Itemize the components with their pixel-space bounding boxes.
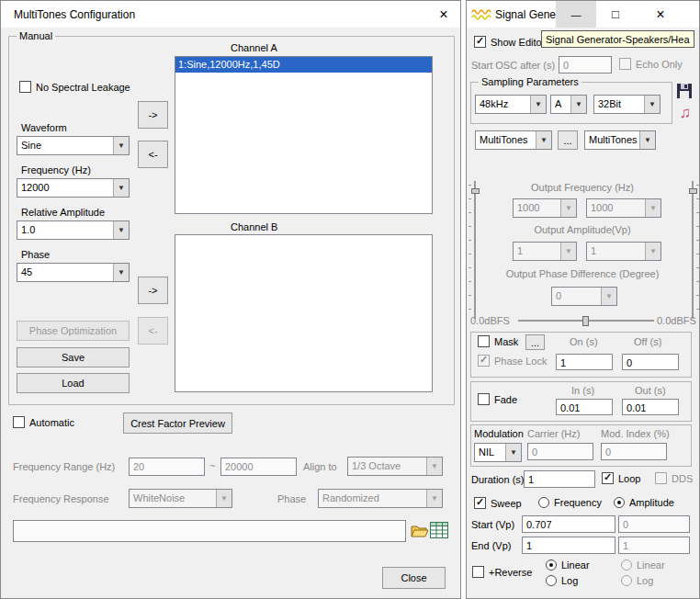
output-amplitude-right-select[interactable]: 1 ▼ xyxy=(586,242,661,261)
move-left-button-top[interactable]: <- xyxy=(138,141,168,168)
duration-input[interactable]: 1 xyxy=(524,470,595,488)
checkbox-label: Automatic xyxy=(29,417,74,428)
save-floppy-icon[interactable] xyxy=(676,83,693,99)
left-level-slider[interactable] xyxy=(469,181,480,319)
no-spectral-leakage-checkbox[interactable]: No Spectral Leakage xyxy=(19,81,130,93)
checkbox-label: Echo Only xyxy=(636,59,683,70)
slider-thumb[interactable] xyxy=(471,188,480,194)
checkbox-box: ✓ xyxy=(602,472,614,484)
automatic-checkbox[interactable]: Automatic xyxy=(13,416,74,428)
relative-amplitude-label: Relative Amplitude xyxy=(21,207,105,219)
amplitude-linear-radio[interactable]: Linear xyxy=(546,559,590,571)
end-frequency-input[interactable]: 1 xyxy=(618,537,690,554)
start-amplitude-input[interactable]: 0.707 xyxy=(522,515,615,533)
sample-rate-select[interactable]: 48kHz ▼ xyxy=(475,95,547,114)
frequency-response-select[interactable]: WhiteNoise ▼ xyxy=(129,489,232,508)
frequency-range-to-input[interactable]: 20000 xyxy=(220,458,297,476)
sweep-frequency-radio[interactable]: Frequency xyxy=(538,497,602,508)
align-to-select[interactable]: 1/3 Octave ▼ xyxy=(347,457,443,476)
manual-group-label: Manual xyxy=(17,30,55,41)
channel-select[interactable]: A ▼ xyxy=(550,95,587,114)
show-editor-checkbox[interactable]: ✓ Show Editor xyxy=(474,36,545,48)
sweep-checkbox[interactable]: ✓ Sweep xyxy=(474,497,522,509)
check-icon: ✓ xyxy=(476,35,484,47)
mask-on-input[interactable]: 1 xyxy=(556,354,613,370)
phase-select[interactable]: 45 ▼ xyxy=(17,263,130,282)
grid-table-icon[interactable] xyxy=(429,520,449,540)
end-amplitude-input[interactable]: 1 xyxy=(522,537,615,554)
frequency-response-label: Frequency Response xyxy=(13,493,109,505)
close-icon[interactable]: × xyxy=(638,1,683,28)
move-left-button-bottom[interactable]: <- xyxy=(138,317,168,345)
slider-ticks xyxy=(469,185,471,315)
mask-checkbox[interactable]: Mask xyxy=(478,335,518,347)
maximize-icon[interactable]: □ xyxy=(596,1,635,28)
radio-label: Log xyxy=(637,575,653,586)
title-bar[interactable]: MultiTones Configuration × xyxy=(1,1,460,28)
right-level-slider[interactable] xyxy=(688,181,699,319)
browse-button[interactable]: ... xyxy=(558,130,578,150)
relative-amplitude-select[interactable]: 1.0 ▼ xyxy=(17,220,130,240)
minimize-icon[interactable]: — xyxy=(556,1,596,28)
fade-in-input[interactable]: 0.01 xyxy=(556,399,613,415)
save-button[interactable]: Save xyxy=(17,347,130,367)
output-phase-select[interactable]: 0 ▼ xyxy=(551,287,617,306)
chevron-down-icon: ▼ xyxy=(560,199,576,217)
move-right-button-top[interactable]: -> xyxy=(138,101,168,129)
frequency-range-from-input[interactable]: 20 xyxy=(129,458,205,476)
close-icon[interactable]: × xyxy=(429,1,458,28)
bit-depth-select[interactable]: 32Bit ▼ xyxy=(593,95,660,114)
output-amplitude-right-value: 1 xyxy=(587,243,645,260)
radio-circle xyxy=(621,575,632,586)
close-button[interactable]: Close xyxy=(382,567,446,589)
fade-checkbox[interactable]: Fade xyxy=(478,393,517,405)
phase-mode-select[interactable]: Randomized ▼ xyxy=(318,489,443,508)
sweep-amplitude-radio[interactable]: Amplitude xyxy=(614,497,674,508)
reverse-checkbox[interactable]: +Reverse xyxy=(472,566,532,578)
channel-b-listbox[interactable] xyxy=(175,234,433,392)
frequency-select[interactable]: 12000 ▼ xyxy=(17,178,130,198)
loop-checkbox[interactable]: ✓ Loop xyxy=(602,472,640,484)
sampling-parameters-label: Sampling Parameters xyxy=(479,76,581,87)
carrier-input[interactable]: 0 xyxy=(527,443,593,460)
phase-lock-checkbox[interactable]: ✓ Phase Lock xyxy=(478,355,547,367)
modulation-type-select[interactable]: NIL ▼ xyxy=(474,443,522,462)
checkbox-box: ✓ xyxy=(474,36,486,48)
radio-circle xyxy=(546,559,557,571)
file-path-input[interactable] xyxy=(13,520,406,542)
dds-checkbox[interactable]: DDS xyxy=(655,472,693,484)
amplitude-log-radio[interactable]: Log xyxy=(546,575,578,586)
slider-thumb[interactable] xyxy=(582,316,589,326)
phase-optimization-button[interactable]: Phase Optimization xyxy=(17,321,130,341)
echo-only-checkbox[interactable]: Echo Only xyxy=(619,58,683,70)
start-osc-input[interactable]: 0 xyxy=(559,56,612,73)
check-icon: ✓ xyxy=(476,496,484,508)
balance-slider[interactable] xyxy=(518,314,654,327)
output-frequency-left-select[interactable]: 1000 ▼ xyxy=(513,198,577,218)
move-right-button-bottom[interactable]: -> xyxy=(138,277,168,304)
mask-off-input[interactable]: 0 xyxy=(622,354,679,370)
waveform-select[interactable]: Sine ▼ xyxy=(17,136,130,155)
channel-a-listbox[interactable]: 1:Sine,12000Hz,1,45D xyxy=(175,56,433,214)
wave-type-select-b[interactable]: MultiTones ▼ xyxy=(584,130,656,150)
list-item[interactable]: 1:Sine,12000Hz,1,45D xyxy=(175,57,432,73)
fade-out-input[interactable]: 0.01 xyxy=(622,399,679,415)
frequency-response-value: WhiteNoise xyxy=(130,490,216,507)
open-folder-icon[interactable] xyxy=(411,524,429,538)
start-frequency-input[interactable]: 0 xyxy=(618,515,690,533)
mod-index-input[interactable]: 0 xyxy=(601,443,667,460)
carrier-label: Carrier (Hz) xyxy=(527,428,580,440)
fade-in-label: In (s) xyxy=(571,385,594,397)
output-frequency-right-select[interactable]: 1000 ▼ xyxy=(586,198,661,218)
music-note-icon[interactable]: ♫ xyxy=(677,104,694,122)
output-amplitude-left-select[interactable]: 1 ▼ xyxy=(513,242,577,261)
tooltip: Signal Generator-Speakers/Hea xyxy=(541,30,694,48)
mask-browse-button[interactable]: ... xyxy=(525,334,545,350)
load-button[interactable]: Load xyxy=(17,373,130,393)
crest-factor-preview-button[interactable]: Crest Factor Preview xyxy=(123,413,232,434)
slider-thumb[interactable] xyxy=(689,188,697,194)
frequency-log-radio[interactable]: Log xyxy=(621,575,653,586)
wave-type-select[interactable]: MultiTones ▼ xyxy=(475,130,552,150)
frequency-linear-radio[interactable]: Linear xyxy=(621,559,665,571)
title-bar[interactable]: Signal Gener... — □ × xyxy=(467,1,699,28)
